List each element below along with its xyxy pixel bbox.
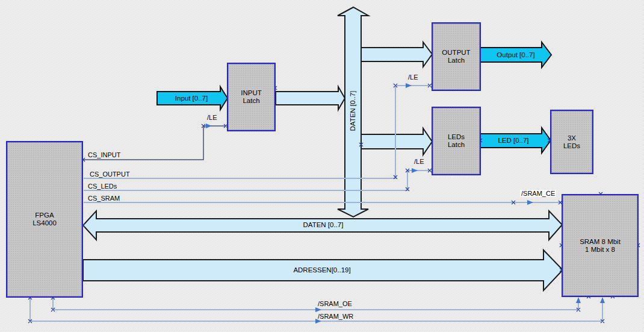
signal-label-le-leds: /LE xyxy=(414,158,424,165)
cs-leds-le-line xyxy=(84,171,430,190)
block-leds-latch-line2: Latch xyxy=(448,141,465,149)
signal-label-le-output: /LE xyxy=(408,74,418,81)
bus-label-led: LED [0..7] xyxy=(498,137,528,144)
block-output-latch-line1: OUTPUT xyxy=(442,49,470,57)
block-input-latch-line1: INPUT xyxy=(241,89,262,97)
block-3x-leds-line2: LEDs xyxy=(563,142,580,150)
schematic-canvas: FPGA LS4000 INPUT Latch OUTPUT Latch LED… xyxy=(0,0,644,332)
bus-label-input: Input [0..7] xyxy=(175,95,208,102)
signal-label-le-input: /LE xyxy=(207,114,217,121)
bus-label-daten-vertical: DATEN [0..7] xyxy=(349,91,356,131)
signal-label-sram-oe: /SRAM_OE xyxy=(318,300,352,307)
block-input-latch-line2: Latch xyxy=(243,97,259,105)
block-3x-leds-line1: 3X xyxy=(568,134,576,142)
block-fpga-line2: LS4000 xyxy=(33,219,57,227)
block-sram-line1: SRAM 8 Mbit xyxy=(580,238,621,246)
bus-inputlatch-to-daten-arrow xyxy=(276,87,345,110)
signal-label-cs-input: CS_INPUT xyxy=(88,151,120,158)
block-leds-latch-line1: LEDs xyxy=(448,133,465,141)
block-output-latch: OUTPUT Latch xyxy=(432,22,481,91)
signal-label-cs-leds: CS_LEDs xyxy=(88,183,117,190)
bus-label-daten-horizontal: DATEN [0..7] xyxy=(303,221,344,228)
signal-label-cs-output: CS_OUTPUT xyxy=(90,171,130,178)
block-input-latch: INPUT Latch xyxy=(227,63,276,131)
connector-layer xyxy=(0,0,644,332)
block-fpga: FPGA LS4000 xyxy=(6,141,83,298)
signal-label-sram-ce: /SRAM_CE xyxy=(520,190,556,197)
bus-label-adressen: ADRESSEN[0..19] xyxy=(293,266,350,274)
signal-label-sram-wr: /SRAM_WR xyxy=(318,313,353,320)
bus-daten-to-outputlatch-arrow xyxy=(361,42,432,67)
block-3x-leds: 3X LEDs xyxy=(550,110,593,174)
block-fpga-line1: FPGA xyxy=(35,211,54,219)
block-leds-latch: LEDs Latch xyxy=(432,107,481,175)
bus-label-output: Output [0..7] xyxy=(497,51,534,58)
block-sram: SRAM 8 Mbit 1 Mbit x 8 xyxy=(562,194,639,297)
bus-daten-to-ledslatch-arrow xyxy=(361,128,432,155)
block-sram-line2: 1 Mbit x 8 xyxy=(585,246,615,254)
junction-markers xyxy=(28,84,640,323)
signal-label-cs-sram: CS_SRAM xyxy=(88,195,120,202)
block-output-latch-line2: Latch xyxy=(448,57,465,64)
